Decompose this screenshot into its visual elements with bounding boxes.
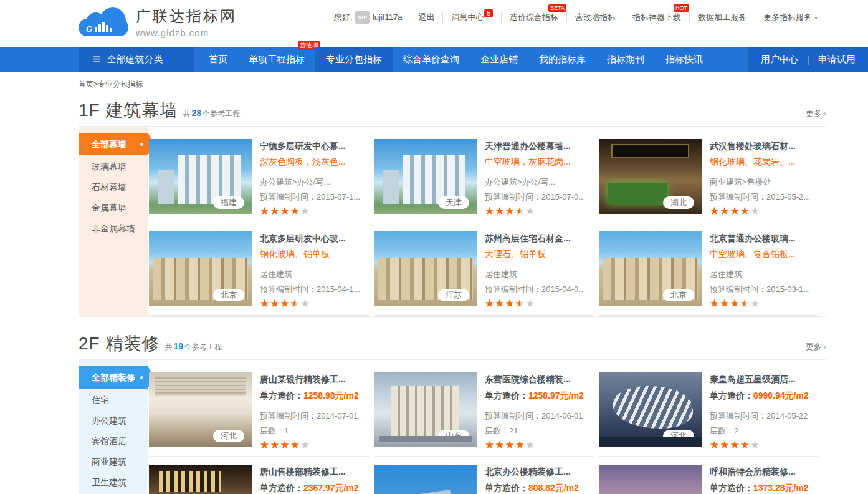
project-unit-price: 单方造价：1258.97元/m2: [485, 390, 594, 402]
tab-all-curtainwall[interactable]: 全部幕墙: [79, 133, 148, 155]
username: lujif117a: [373, 12, 402, 22]
project-image[interactable]: 天津: [374, 139, 477, 214]
data-service-link[interactable]: 数据加工服务: [689, 12, 755, 23]
arrow-right-icon: ›: [824, 109, 826, 118]
project-image[interactable]: [149, 465, 252, 494]
project-card[interactable]: 北京办公楼精装修工... 单方造价：808.82元/m2: [374, 465, 594, 494]
project-image[interactable]: 福建: [149, 139, 252, 214]
project-image[interactable]: 河北: [149, 372, 252, 447]
project-card[interactable]: 河北 唐山某银行精装修工... 单方造价：1258.98元/m2 预算编制时间：…: [149, 372, 369, 457]
breadcrumb[interactable]: 首页>专业分包指标: [79, 79, 826, 90]
section-1f-more-link[interactable]: 更多›: [806, 108, 826, 119]
project-title[interactable]: 宁德多层研发中心幕...: [260, 140, 369, 152]
apply-trial-link[interactable]: 申请试用: [818, 54, 856, 65]
project-card[interactable]: 北京 北京多层研发中心玻... 钢化玻璃、铝单板 居住建筑 预算编制时间：201…: [149, 231, 369, 316]
all-categories-button[interactable]: ☰ 全部建筑分类: [79, 47, 194, 72]
tab-residential[interactable]: 住宅: [79, 390, 148, 410]
project-title[interactable]: 唐山售楼部精装修工...: [260, 466, 369, 477]
nav-my-library[interactable]: 我的指标库: [528, 47, 596, 72]
vat-reform-link[interactable]: 营改增指标: [566, 12, 624, 23]
logout-link[interactable]: 退出: [410, 12, 442, 23]
more-services-link[interactable]: 更多指标服务▾: [755, 12, 826, 24]
nav-single-project[interactable]: 单项工程指标营改增: [238, 47, 315, 72]
project-budget-date: 预算编制时间：2014-06-01: [485, 410, 594, 422]
project-image[interactable]: 河北: [599, 372, 702, 447]
section-1f-count: 共28个参考工程: [183, 108, 240, 119]
project-materials[interactable]: 大理石、铝单板: [485, 249, 594, 260]
tool-download-link[interactable]: 指标神器下载HOT: [624, 12, 689, 23]
location-badge: 山东: [438, 430, 469, 442]
project-category: 办公建筑>办公/写...: [485, 177, 594, 188]
project-title[interactable]: 唐山某银行精装修工...: [260, 374, 369, 385]
project-image[interactable]: [599, 465, 702, 494]
project-image[interactable]: 江苏: [374, 231, 477, 306]
section-2f-cards: 河北 唐山某银行精装修工... 单方造价：1258.98元/m2 预算编制时间：…: [148, 360, 826, 494]
tab-stone-curtainwall[interactable]: 石材幕墙: [79, 177, 148, 198]
tab-health[interactable]: 卫生建筑: [79, 472, 148, 493]
nav-user-area: 用户中心 | 申请试用: [748, 47, 868, 72]
tab-hotel[interactable]: 宾馆酒店: [79, 431, 148, 452]
project-card[interactable]: 河北 秦皇岛超五星级酒店... 单方造价：6990.94元/m2 预算编制时间：…: [599, 372, 819, 457]
message-count-badge: 5: [484, 9, 493, 17]
project-title[interactable]: 呼和浩特会所精装修...: [710, 466, 819, 477]
project-budget-date: 预算编制时间：2015-03-1...: [710, 284, 819, 295]
project-budget-date: 预算编制时间：2015-07-1...: [260, 191, 369, 203]
section-1f-sidebar: 全部幕墙 玻璃幕墙 石材幕墙 金属幕墙 非金属幕墙: [79, 127, 148, 316]
project-card[interactable]: 北京 北京普通办公楼玻璃... 中空玻璃、复合铝板... 居住建筑 预算编制时间…: [599, 231, 819, 316]
user-center-link[interactable]: 用户中心: [761, 54, 798, 65]
tab-glass-curtainwall[interactable]: 玻璃幕墙: [79, 157, 148, 177]
nav-unit-price[interactable]: 综合单价查询: [393, 47, 470, 72]
section-1f-cards: 福建 宁德多层研发中心幕... 深灰色陶板，浅灰色... 办公建筑>办公/写..…: [148, 127, 826, 316]
nav-news[interactable]: 指标快讯: [655, 47, 713, 72]
project-card[interactable]: 唐山售楼部精装修工... 单方造价：2367.97元/m2: [149, 465, 369, 494]
project-title[interactable]: 武汉售楼处玻璃石材...: [710, 140, 819, 152]
location-badge: 湖北: [663, 196, 694, 209]
project-card[interactable]: 湖北 武汉售楼处玻璃石材... 钢化玻璃、花岗岩、... 商业建筑>售楼处 预算…: [599, 139, 819, 223]
project-card[interactable]: 福建 宁德多层研发中心幕... 深灰色陶板，浅灰色... 办公建筑>办公/写..…: [149, 139, 369, 223]
tab-nonmetal-curtainwall[interactable]: 非金属幕墙: [79, 218, 148, 239]
top-links: 您好,VIPlujif117a 退出 消息中心5 造价综合指标BETA 营改增指…: [326, 11, 826, 24]
project-budget-date: 预算编制时间：2015-05-2...: [710, 191, 819, 203]
project-title[interactable]: 北京普通办公楼玻璃...: [710, 233, 819, 244]
location-badge: 北京: [213, 289, 244, 301]
tab-commercial[interactable]: 商业建筑: [79, 452, 148, 472]
project-materials[interactable]: 中空玻璃，灰麻花岗...: [485, 157, 594, 168]
project-title[interactable]: 秦皇岛超五星级酒店...: [710, 374, 819, 385]
project-card[interactable]: 江苏 苏州高层住宅石材金... 大理石、铝单板 居住建筑 预算编制时间：2015…: [374, 231, 594, 316]
project-title[interactable]: 苏州高层住宅石材金...: [485, 233, 594, 244]
section-2f-panel: 全部精装修 住宅 办公建筑 宾馆酒店 商业建筑 卫生建筑 观演建筑 河北 唐山某…: [79, 359, 826, 494]
project-materials[interactable]: 深灰色陶板，浅灰色...: [260, 157, 369, 168]
nav-periodical[interactable]: 指标期刊: [596, 47, 655, 72]
project-title[interactable]: 北京办公楼精装修工...: [485, 466, 594, 477]
project-materials[interactable]: 钢化玻璃、铝单板: [260, 249, 369, 260]
project-image[interactable]: 北京: [149, 231, 252, 306]
site-logo[interactable]: G 广联达指标网 www.gldzb.com: [79, 6, 237, 38]
project-materials[interactable]: 钢化玻璃、花岗岩、...: [710, 157, 819, 168]
project-title[interactable]: 北京多层研发中心玻...: [260, 233, 369, 244]
project-card[interactable]: 山东 东营医院综合楼精装... 单方造价：1258.97元/m2 预算编制时间：…: [374, 372, 594, 457]
nav-enterprise-store[interactable]: 企业店铺: [470, 47, 528, 72]
cost-composite-link[interactable]: 造价综合指标BETA: [501, 12, 566, 23]
main-navbar: ☰ 全部建筑分类 首页 单项工程指标营改增 专业分包指标 综合单价查询 企业店铺…: [0, 47, 868, 72]
project-card[interactable]: 呼和浩特会所精装修... 单方造价：1373.28元/m2: [599, 465, 819, 494]
project-title[interactable]: 天津普通办公楼幕墙...: [485, 140, 594, 152]
tab-metal-curtainwall[interactable]: 金属幕墙: [79, 198, 148, 218]
message-center-link[interactable]: 消息中心5: [442, 12, 501, 23]
project-unit-price: 单方造价：1258.98元/m2: [260, 390, 369, 402]
project-materials[interactable]: 中空玻璃、复合铝板...: [710, 249, 819, 260]
project-image[interactable]: 湖北: [599, 139, 702, 214]
project-image[interactable]: [374, 465, 477, 494]
project-image[interactable]: 北京: [599, 231, 702, 306]
nav-subcontract[interactable]: 专业分包指标: [315, 47, 393, 72]
project-category: 居住建筑: [710, 269, 819, 280]
nav-home[interactable]: 首页: [198, 47, 238, 72]
project-floors: 层数：21: [485, 425, 594, 437]
project-card[interactable]: 天津 天津普通办公楼幕墙... 中空玻璃，灰麻花岗... 办公建筑>办公/写..…: [374, 139, 594, 223]
tab-office-building[interactable]: 办公建筑: [79, 410, 148, 431]
project-unit-price: 单方造价：2367.97元/m2: [260, 483, 369, 494]
active-dot-icon: [140, 376, 143, 379]
project-image[interactable]: 山东: [374, 372, 477, 447]
tab-all-finedecoration[interactable]: 全部精装修: [79, 366, 148, 389]
section-2f-more-link[interactable]: 更多›: [806, 341, 826, 352]
project-title[interactable]: 东营医院综合楼精装...: [485, 374, 594, 385]
